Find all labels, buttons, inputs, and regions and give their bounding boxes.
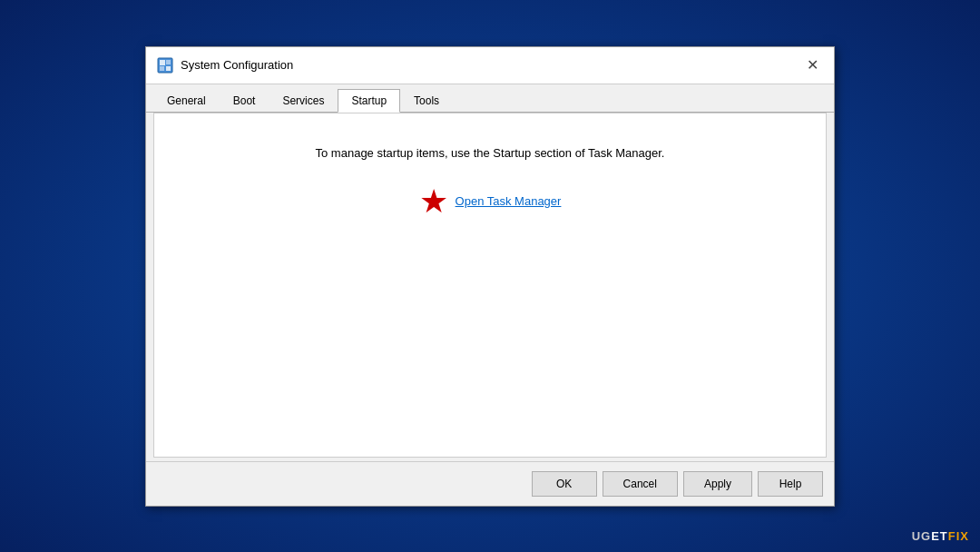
apply-button[interactable]: Apply [683, 471, 752, 497]
watermark: UGETFIX [912, 529, 969, 543]
title-bar: System Configuration ✕ [146, 47, 834, 84]
tab-services[interactable]: Services [269, 89, 338, 113]
tab-startup[interactable]: Startup [338, 89, 400, 113]
button-bar: OK Cancel Apply Help [146, 461, 834, 506]
svg-rect-1 [160, 60, 165, 65]
star-annotation-icon: ★ [419, 185, 448, 218]
open-task-manager-link[interactable]: Open Task Manager [456, 194, 562, 208]
ok-button[interactable]: OK [532, 471, 597, 497]
svg-rect-3 [160, 66, 164, 71]
close-button[interactable]: ✕ [801, 54, 823, 76]
info-text: To manage startup items, use the Startup… [316, 146, 665, 160]
watermark-text: UG [912, 529, 932, 543]
svg-rect-2 [166, 60, 171, 64]
tab-bar: General Boot Services Startup Tools [146, 84, 834, 113]
watermark-suffix: FIX [948, 529, 969, 543]
link-container: ★ Open Task Manager [419, 185, 562, 218]
tab-tools[interactable]: Tools [400, 89, 453, 113]
watermark-highlight: ET [931, 529, 948, 543]
system-configuration-dialog: System Configuration ✕ General Boot Serv… [145, 46, 835, 507]
cancel-button[interactable]: Cancel [603, 471, 678, 497]
tab-general[interactable]: General [153, 89, 220, 113]
help-button[interactable]: Help [758, 471, 823, 497]
svg-rect-4 [166, 66, 171, 71]
tab-boot[interactable]: Boot [220, 89, 270, 113]
window-icon [157, 57, 173, 74]
window-title: System Configuration [181, 58, 293, 72]
content-area: To manage startup items, use the Startup… [153, 113, 827, 458]
title-bar-left: System Configuration [157, 57, 293, 74]
